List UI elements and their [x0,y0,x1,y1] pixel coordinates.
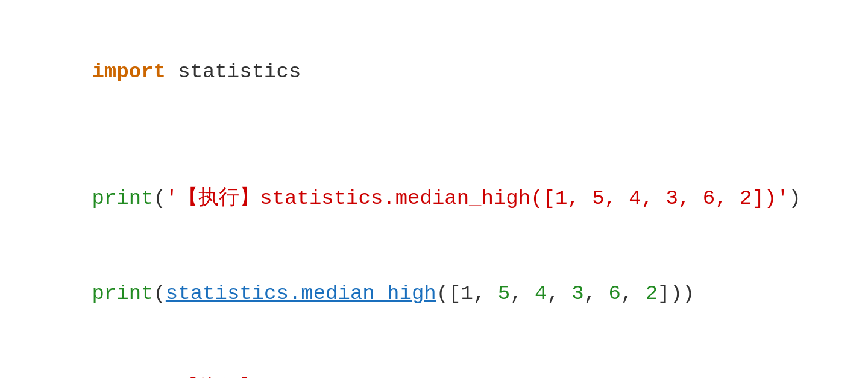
num-2-1: 2 [646,282,658,305]
code-section: import statistics print('【执行】statistics.… [18,12,850,378]
comma-2: , [547,282,571,305]
string-1: '【执行】statistics.median_high([1, 5, 4, 3,… [166,187,789,210]
num-3-1: 3 [571,282,583,305]
code-editor: import statistics print('【执行】statistics.… [0,0,868,378]
code-line-2: print(statistics.median_high([1, 5, 4, 3… [18,246,850,341]
bracket-2: ([1, [436,282,498,305]
method-1: statistics.median_high [166,282,436,305]
comma-3: , [584,282,609,305]
bracket-close-2: ])) [658,282,694,305]
paren-1: ( [153,187,165,210]
empty-line-1 [18,119,850,151]
import-line: import statistics [18,24,850,119]
import-keyword: import [92,60,165,83]
code-line-1: print('【执行】statistics.median_high([1, 5,… [18,151,850,246]
comma-4: , [621,282,646,305]
code-line-3: print('【执行】statistics.median_high([1, 5,… [18,341,850,378]
num-5-1: 5 [498,282,510,305]
paren-2: ( [153,282,165,305]
print-kw-2: print [92,282,153,305]
module-name [166,60,178,83]
comma-1: , [510,282,535,305]
num-4-1: 4 [535,282,547,305]
print-kw-1: print [92,187,153,210]
num-6-1: 6 [608,282,620,305]
statistics-module: statistics [178,60,301,83]
paren-close-1: ) [789,187,801,210]
